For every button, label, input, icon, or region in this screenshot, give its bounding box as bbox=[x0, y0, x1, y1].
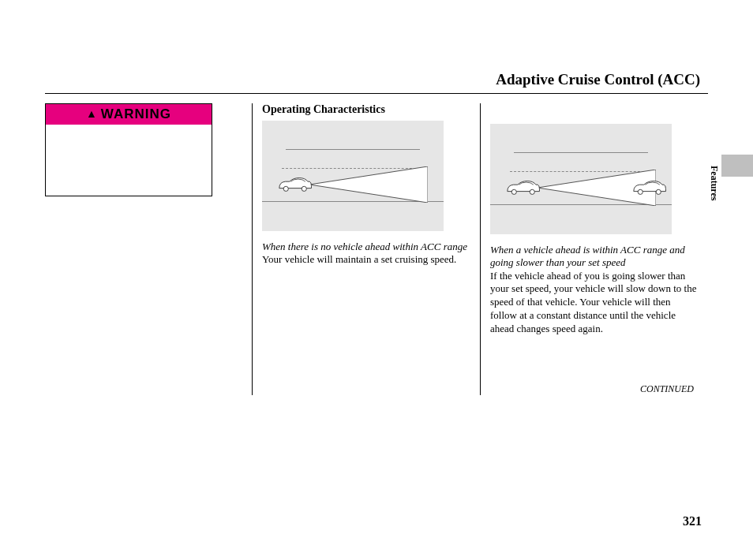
column-no-vehicle: Operating Characteristics When there is … bbox=[252, 103, 480, 395]
title-rule bbox=[45, 93, 708, 94]
diagram-no-vehicle-ahead bbox=[262, 121, 444, 231]
warning-label: WARNING bbox=[101, 106, 171, 121]
side-section-label: Features bbox=[708, 166, 720, 200]
body-no-vehicle: Your vehicle will maintain a set cruisin… bbox=[262, 253, 470, 267]
body-vehicle-ahead: If the vehicle ahead of you is going slo… bbox=[490, 270, 699, 336]
warning-header: ▲WARNING bbox=[46, 104, 212, 125]
svg-point-7 bbox=[656, 189, 661, 194]
svg-marker-0 bbox=[309, 166, 428, 203]
section-heading: Operating Characteristics bbox=[262, 103, 470, 116]
column-warning: ▲WARNING bbox=[45, 103, 252, 395]
continued-label: CONTINUED bbox=[490, 383, 699, 395]
svg-point-1 bbox=[283, 186, 288, 191]
own-vehicle-icon bbox=[504, 179, 541, 196]
diagram-vehicle-ahead bbox=[490, 124, 672, 234]
svg-point-5 bbox=[530, 189, 534, 194]
caption-no-vehicle: When there is no vehicle ahead within AC… bbox=[262, 241, 470, 253]
page-title: Adaptive Cruise Control (ACC) bbox=[45, 71, 708, 93]
radar-cone-icon bbox=[309, 166, 428, 203]
svg-point-2 bbox=[302, 186, 306, 191]
caption-vehicle-ahead: When a vehicle ahead is within ACC range… bbox=[490, 244, 699, 270]
svg-point-4 bbox=[511, 189, 516, 194]
warning-box: ▲WARNING bbox=[45, 103, 212, 196]
column-vehicle-ahead: When a vehicle ahead is within ACC range… bbox=[480, 103, 708, 395]
warning-triangle-icon: ▲ bbox=[86, 107, 98, 120]
page-number: 321 bbox=[683, 514, 702, 528]
svg-point-6 bbox=[638, 189, 642, 194]
own-vehicle-icon bbox=[276, 176, 313, 193]
lead-vehicle-icon bbox=[631, 179, 667, 196]
side-tab bbox=[721, 155, 753, 177]
warning-body bbox=[46, 125, 212, 196]
manual-page: Adaptive Cruise Control (ACC) ▲WARNING O… bbox=[45, 0, 708, 395]
content-columns: ▲WARNING Operating Characteristics bbox=[45, 103, 708, 395]
